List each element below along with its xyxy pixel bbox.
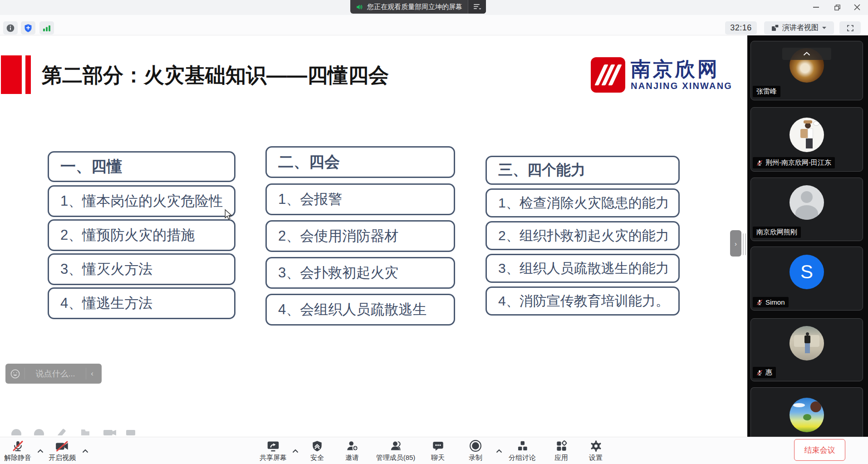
meeting-timer: 32:16	[725, 21, 757, 35]
list-item: 2、懂预防火灾的措施	[48, 219, 235, 251]
chat-collapse-chevron-icon[interactable]: ‹	[87, 369, 97, 378]
fullscreen-button[interactable]	[839, 21, 861, 35]
members-icon	[376, 438, 416, 452]
start-video-button[interactable]: 开启视频	[49, 438, 76, 462]
column-header: 二、四会	[265, 146, 455, 178]
participant-tile[interactable]: 张雷峰	[750, 41, 863, 100]
toolbar-label: 管理成员(85)	[376, 454, 416, 462]
network-quality-button[interactable]	[39, 21, 54, 35]
sidebar-scrollbar[interactable]	[743, 233, 744, 255]
video-options-caret[interactable]	[82, 447, 88, 455]
apps-button[interactable]: 应用	[554, 438, 568, 462]
toolbar-label: 分组讨论	[509, 454, 536, 462]
signal-bars-icon	[42, 24, 51, 32]
list-item: 4、会组织人员疏散逃生	[265, 294, 455, 326]
slide-title: 第二部分：火灾基础知识——四懂四会	[42, 62, 389, 89]
record-icon	[469, 438, 482, 452]
info-icon	[6, 24, 15, 33]
divider	[86, 368, 86, 380]
list-item: 1、会报警	[265, 183, 455, 215]
close-button[interactable]	[848, 0, 867, 15]
list-item: 2、组织扑救初起火灾的能力	[485, 221, 680, 250]
chat-bubble-icon	[431, 438, 445, 452]
camera-off-icon	[49, 438, 76, 452]
unmute-button[interactable]: 解除静音	[4, 438, 31, 462]
meeting-info-button[interactable]	[3, 21, 18, 35]
record-options-caret[interactable]	[496, 447, 502, 455]
apps-icon	[554, 438, 568, 452]
mic-muted-icon	[756, 160, 763, 166]
sidebar-collapse-handle[interactable]: ›	[730, 230, 741, 257]
participant-tile[interactable]: 惠	[750, 318, 863, 381]
meeting-toolbar: 32:16 演讲者视图	[0, 15, 868, 35]
logo-en-text: NANJING XINWANG	[631, 81, 732, 91]
record-button[interactable]: 录制	[469, 438, 482, 462]
toolbar-label: 邀请	[345, 454, 359, 462]
column-si-dong: 一、四懂 1、懂本岗位的火灾危险性 2、懂预防火灾的措施 3、懂灭火方法 4、懂…	[48, 151, 235, 321]
banner-menu-icon[interactable]	[468, 0, 486, 14]
title-red-block	[1, 55, 22, 94]
shield-plus-icon	[24, 24, 33, 33]
breakout-rooms-button[interactable]: 分组讨论	[509, 438, 536, 462]
toolbar-label: 安全	[310, 454, 324, 462]
mic-muted-icon	[4, 438, 31, 452]
list-item: 3、组织人员疏散逃生的能力	[485, 254, 680, 283]
minimize-button[interactable]	[807, 0, 826, 15]
participant-name: 张雷峰	[756, 87, 777, 96]
security-status-button[interactable]	[21, 21, 35, 35]
breakout-icon	[509, 438, 536, 452]
speaker-icon	[356, 3, 363, 11]
list-item: 3、懂灭火方法	[48, 253, 235, 285]
list-item: 2、会使用消防器材	[265, 220, 455, 252]
chevron-down-icon	[822, 26, 827, 30]
avatar	[790, 185, 824, 220]
chat-button[interactable]: 聊天	[431, 438, 445, 462]
view-mode-label: 演讲者视图	[782, 23, 819, 33]
list-item: 3、会扑救初起火灾	[265, 257, 455, 289]
participant-name: Simon	[765, 298, 785, 306]
settings-button[interactable]: 设置	[589, 438, 603, 462]
faded-annotation-icons	[6, 426, 161, 435]
emoji-icon[interactable]	[10, 369, 20, 379]
share-screen-button[interactable]: 共享屏幕	[260, 438, 287, 462]
share-screen-icon	[260, 438, 287, 452]
layout-icon	[771, 24, 779, 32]
sidebar-scrollbar-track	[745, 233, 746, 255]
avatar	[790, 118, 824, 152]
watching-screen-banner: 您正在观看质量部周立坤的屏幕	[350, 0, 486, 14]
toolbar-label: 共享屏幕	[260, 454, 287, 462]
list-item: 1、检查消除火灾隐患的能力	[485, 188, 680, 217]
maximize-button[interactable]	[828, 0, 847, 15]
participant-tile[interactable]: S Simon	[750, 247, 863, 311]
toolbar-label: 解除静音	[4, 454, 31, 462]
list-item: 4、消防宣传教育培训能力。	[485, 286, 680, 316]
avatar	[790, 398, 824, 432]
participant-tile[interactable]: 荆州-南京欣网-田江东	[750, 107, 863, 172]
banner-text: 您正在观看质量部周立坤的屏幕	[367, 3, 462, 11]
participant-name: 荆州-南京欣网-田江东	[765, 158, 831, 167]
participant-tile[interactable]: 南京欣网熊刚	[750, 178, 863, 241]
sidebar-collapse-chevron-icon[interactable]	[782, 48, 831, 60]
invite-button[interactable]: 邀请	[345, 438, 359, 462]
list-item: 1、懂本岗位的火灾危险性	[48, 185, 235, 217]
column-si-ge-neng-li: 三、四个能力 1、检查消除火灾隐患的能力 2、组织扑救初起火灾的能力 3、组织人…	[485, 156, 680, 319]
toolbar-label: 录制	[469, 454, 482, 462]
avatar-letter: S	[800, 261, 813, 283]
view-mode-button[interactable]: 演讲者视图	[764, 21, 834, 35]
fullscreen-icon	[846, 24, 854, 32]
mic-options-caret[interactable]	[37, 447, 44, 455]
end-meeting-button[interactable]: 结束会议	[794, 439, 845, 461]
security-button[interactable]: 安全	[310, 438, 324, 462]
toolbar-label: 设置	[589, 454, 603, 462]
mic-muted-icon	[756, 370, 763, 376]
manage-members-button[interactable]: 管理成员(85)	[376, 438, 416, 462]
column-si-hui: 二、四会 1、会报警 2、会使用消防器材 3、会扑救初起火灾 4、会组织人员疏散…	[265, 146, 455, 331]
participant-name: 惠	[765, 368, 772, 377]
title-red-bar	[25, 55, 31, 94]
divider	[25, 368, 25, 380]
chat-input[interactable]: 说点什么...	[26, 368, 85, 379]
participant-tile[interactable]	[750, 387, 863, 437]
avatar	[790, 326, 824, 360]
share-options-caret[interactable]	[292, 447, 299, 455]
window-titlebar: 您正在观看质量部周立坤的屏幕	[0, 0, 868, 15]
